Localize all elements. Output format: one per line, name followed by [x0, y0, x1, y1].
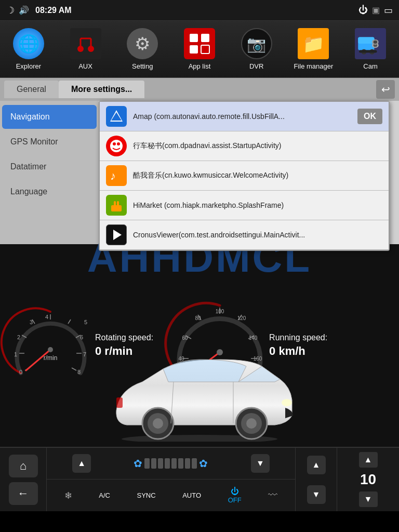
- svg-text:♪: ♪: [110, 169, 116, 182]
- svg-point-82: [246, 418, 257, 429]
- back-nav-button[interactable]: ←: [9, 482, 38, 505]
- explorer-label: Explorer: [16, 62, 41, 70]
- svg-point-22: [110, 140, 123, 152]
- svg-text:6: 6: [80, 334, 83, 340]
- svg-rect-30: [117, 201, 119, 206]
- nav-dropdown[interactable]: Amap (com.autonavi.auto.remote.fill.UsbF…: [99, 101, 390, 251]
- bottom-bar: ⌂ ← ▲ ✿ ✿ ▼ ❄: [0, 447, 399, 511]
- amap-icon: [106, 106, 127, 127]
- temp-right-down[interactable]: ▼: [307, 485, 326, 504]
- svg-rect-28: [111, 205, 122, 211]
- fan-right-icon: ✿: [199, 457, 208, 470]
- car-image: [101, 338, 298, 442]
- back-button[interactable]: ↩: [376, 80, 395, 99]
- airflow-icon[interactable]: 〰: [268, 490, 277, 501]
- rpm-gauge: 4 3 5 2 6 1 7 0 8 r/min: [10, 305, 91, 386]
- ac-controls: ❄ A/C SYNC AUTO ⏻ OFF 〰: [47, 480, 295, 511]
- dropdown-item-xingche[interactable]: 行车秘书(com.dpadnavi.assist.StartupActivity…: [100, 131, 389, 161]
- app-applist[interactable]: App list: [176, 28, 223, 70]
- fan-seg-7: [185, 458, 190, 469]
- dropdown-item-himarket[interactable]: HiMarket (com.hiapk.marketpho.SplashFram…: [100, 191, 389, 220]
- svg-text:120: 120: [237, 315, 246, 321]
- tab-general[interactable]: General: [4, 81, 59, 98]
- setting-icon: ⚙: [127, 28, 158, 59]
- svg-text:3: 3: [30, 319, 33, 325]
- app-filemanager[interactable]: 📁 File manager: [290, 28, 337, 70]
- dashboard: 4 3 5 2 6 1 7 0 8 r/min Rotating speed: …: [0, 244, 399, 447]
- app-aux[interactable]: AUX: [62, 28, 109, 70]
- sidebar-item-datatimer[interactable]: Datatimer: [2, 155, 97, 179]
- app-cam[interactable]: Cam: [347, 28, 394, 70]
- svg-text:2: 2: [17, 334, 20, 340]
- svg-rect-10: [358, 37, 374, 44]
- xingche-text: 行车秘书(com.dpadnavi.assist.StartupActivity…: [133, 141, 382, 151]
- fan-seg-2: [151, 458, 156, 469]
- app-bar: 🌐 Explorer AUX ⚙ Setting: [0, 21, 399, 78]
- fan-up-button[interactable]: ▲: [72, 454, 91, 473]
- home-button[interactable]: ⌂: [9, 455, 38, 477]
- svg-rect-29: [114, 201, 116, 206]
- xingche-icon: [106, 136, 127, 156]
- status-bar: ☽ 🔊 08:29 AM ⏻ ▣ ▭: [0, 0, 399, 21]
- svg-line-41: [72, 368, 76, 370]
- kuwo-icon: ♪: [106, 165, 127, 186]
- dropdown-item-kuwo[interactable]: ♪ 酷我音乐(cn.kuwo.kwmusiccar.WelcomeActivit…: [100, 161, 389, 191]
- app-explorer[interactable]: 🌐 Explorer: [5, 28, 52, 70]
- aux-icon: [70, 28, 101, 59]
- settings-panel: General More settings... ↩ Navigation GP…: [0, 78, 399, 244]
- power-on-icon[interactable]: ⏻: [231, 487, 239, 496]
- window-icon: ▭: [384, 5, 393, 16]
- fan-down-button[interactable]: ▼: [251, 454, 270, 473]
- svg-text:100: 100: [216, 309, 224, 314]
- filemanager-icon: 📁: [298, 28, 329, 59]
- sidebar-item-language[interactable]: Language: [2, 180, 97, 204]
- sidebar-item-navigation[interactable]: Navigation: [2, 105, 97, 129]
- applist-label: App list: [189, 62, 211, 70]
- temp-value: 10: [360, 471, 376, 488]
- moon-icon: ☽: [6, 5, 15, 16]
- auto-button[interactable]: AUTO: [182, 491, 201, 499]
- ac-button[interactable]: A/C: [99, 491, 110, 499]
- explorer-icon: 🌐: [13, 28, 44, 59]
- app-setting[interactable]: ⚙ Setting: [119, 28, 166, 70]
- dropdown-item-cronus[interactable]: CronusViewer(com.test.androidsettingui.M…: [100, 220, 389, 250]
- svg-point-14: [374, 41, 378, 44]
- sync-button[interactable]: SYNC: [137, 491, 156, 499]
- tab-more[interactable]: More settings...: [59, 81, 144, 98]
- svg-text:r/min: r/min: [44, 354, 58, 362]
- svg-rect-7: [190, 45, 198, 54]
- svg-rect-6: [201, 34, 209, 42]
- power-off-section: ⏻ OFF: [228, 487, 242, 504]
- svg-rect-84: [116, 397, 123, 408]
- sidebar-item-gps[interactable]: GPS Monitor: [2, 130, 97, 154]
- kuwo-text: 酷我音乐(cn.kuwo.kwmusiccar.WelcomeActivity): [133, 171, 382, 180]
- himarket-text: HiMarket (com.hiapk.marketpho.SplashFram…: [133, 201, 382, 209]
- dropdown-ok-button[interactable]: OK: [357, 109, 382, 124]
- filemanager-label: File manager: [294, 62, 333, 70]
- temp-up-section: ▲ ▼: [295, 448, 337, 511]
- app-dvr[interactable]: 📷 DVR: [233, 28, 280, 70]
- temp-right-up[interactable]: ▲: [307, 456, 326, 474]
- cam-label: Cam: [363, 62, 377, 70]
- temp-up-button[interactable]: ▲: [359, 452, 378, 468]
- fan-seg-4: [165, 458, 170, 469]
- fan-seg-6: [178, 458, 183, 469]
- fan-bar: [144, 458, 197, 469]
- svg-text:0: 0: [19, 369, 22, 375]
- fan-left-icon: ✿: [134, 457, 142, 470]
- temp-down-button[interactable]: ▼: [359, 491, 378, 507]
- fan-seg-5: [171, 458, 177, 469]
- defrost-icon[interactable]: ❄: [64, 490, 72, 501]
- dvr-icon: 📷: [241, 28, 272, 59]
- fan-seg-8: [192, 458, 197, 469]
- dropdown-item-amap[interactable]: Amap (com.autonavi.auto.remote.fill.UsbF…: [100, 102, 389, 131]
- fan-seg-3: [158, 458, 163, 469]
- sd-icon: ▣: [372, 5, 380, 15]
- svg-text:4: 4: [45, 314, 48, 320]
- svg-point-53: [48, 347, 53, 352]
- off-label[interactable]: OFF: [228, 496, 242, 504]
- climate-center: ▲ ✿ ✿ ▼ ❄ A/C SYNC AUTO: [47, 448, 295, 511]
- svg-line-38: [68, 320, 71, 324]
- status-time: 08:29 AM: [35, 6, 72, 15]
- applist-icon: [184, 28, 215, 59]
